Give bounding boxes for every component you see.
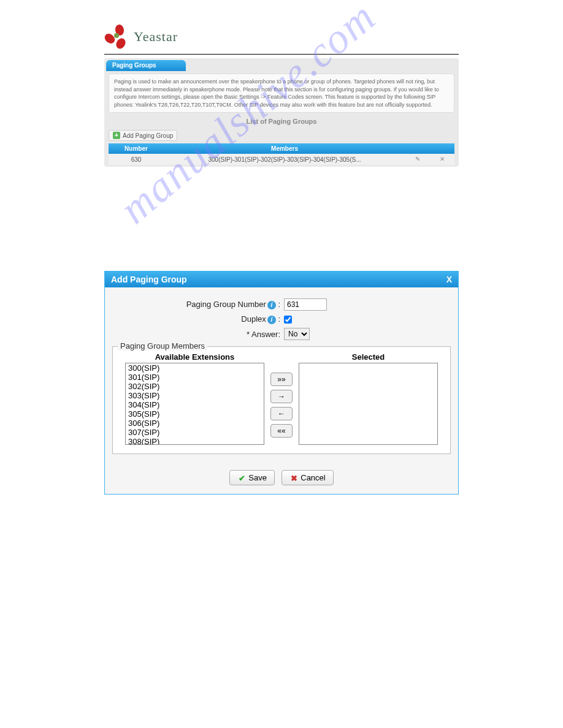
list-item[interactable]: 300(SIP) xyxy=(126,363,264,373)
answer-label: * Answer: xyxy=(247,330,280,339)
plus-icon: + xyxy=(113,132,120,139)
move-left-button[interactable]: ← xyxy=(270,407,293,420)
add-button-label: Add Paging Group xyxy=(123,132,173,139)
cancel-label: Cancel xyxy=(301,473,325,482)
list-item[interactable]: 305(SIP) xyxy=(126,409,264,419)
available-title: Available Extensions xyxy=(125,352,264,362)
close-icon[interactable]: X xyxy=(446,275,452,284)
col-number: Number xyxy=(109,143,164,154)
list-item[interactable]: 306(SIP) xyxy=(126,419,264,428)
list-item[interactable]: 304(SIP) xyxy=(126,400,264,409)
list-item[interactable]: 302(SIP) xyxy=(126,382,264,391)
answer-select[interactable]: No xyxy=(284,328,310,340)
available-extensions-list[interactable]: 300(SIP) 301(SIP) 302(SIP) 303(SIP) 304(… xyxy=(125,363,264,445)
move-all-left-button[interactable]: «« xyxy=(270,424,293,438)
edit-icon[interactable]: ✎ xyxy=(414,156,421,163)
duplex-label: Duplex xyxy=(241,314,266,324)
members-legend: Paging Group Members xyxy=(118,341,207,351)
info-icon[interactable]: i xyxy=(267,316,276,324)
list-item[interactable]: 301(SIP) xyxy=(126,373,264,382)
panel-tab: Paging Groups xyxy=(106,60,186,71)
selected-extensions-list[interactable] xyxy=(299,363,438,445)
info-icon[interactable]: i xyxy=(267,301,276,309)
list-title: List of Paging Groups xyxy=(106,118,457,125)
dialog-title: Add Paging Group xyxy=(111,275,187,284)
duplex-checkbox[interactable] xyxy=(284,316,292,324)
selected-title: Selected xyxy=(299,352,438,362)
move-all-right-button[interactable]: »» xyxy=(270,373,293,386)
add-paging-group-dialog: Add Paging Group X Paging Group Numberi … xyxy=(104,271,459,495)
brand-name: Yeastar xyxy=(134,29,178,45)
check-icon: ✔ xyxy=(237,474,246,482)
table-row: 630 300(SIP)-301(SIP)-302(SIP)-303(SIP)-… xyxy=(109,154,454,165)
brand-logo: Yeastar xyxy=(104,25,459,49)
logo-icon xyxy=(104,25,130,49)
list-item[interactable]: 307(SIP) xyxy=(126,428,264,437)
x-icon: ✖ xyxy=(289,474,298,482)
delete-icon[interactable]: ✕ xyxy=(439,156,446,163)
info-box: Paging is used to make an announcement o… xyxy=(109,74,454,113)
list-item[interactable]: 303(SIP) xyxy=(126,391,264,400)
cancel-button[interactable]: ✖ Cancel xyxy=(282,470,333,485)
move-right-button[interactable]: → xyxy=(270,390,293,403)
paging-groups-table: Number Members 630 300(SIP)-301(SIP)-302… xyxy=(109,143,454,165)
cell-number: 630 xyxy=(109,154,164,165)
save-label: Save xyxy=(248,473,267,482)
cell-members: 300(SIP)-301(SIP)-302(SIP)-303(SIP)-304(… xyxy=(164,154,405,165)
list-item[interactable]: 308(SIP) xyxy=(126,437,264,445)
number-label: Paging Group Number xyxy=(186,300,266,309)
paging-groups-panel: Paging Groups Paging is used to make an … xyxy=(104,58,459,167)
add-paging-group-button[interactable]: + Add Paging Group xyxy=(109,130,177,141)
save-button[interactable]: ✔ Save xyxy=(229,470,275,485)
col-members: Members xyxy=(164,143,405,154)
paging-group-number-input[interactable] xyxy=(284,298,327,311)
